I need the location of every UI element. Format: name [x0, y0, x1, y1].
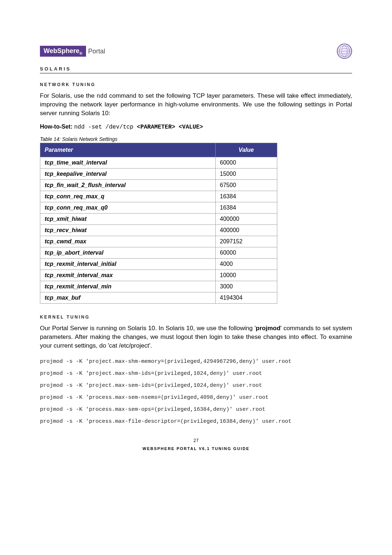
howto-label: How-to-Set:: [40, 123, 74, 130]
howto-params: <PARAMETER> <VALUE>: [137, 124, 203, 130]
logo-brand: WebSphere®: [40, 46, 86, 57]
cell-value: 60000: [215, 157, 277, 168]
cell-value: 400000: [215, 224, 277, 236]
websphere-logo: WebSphere® Portal: [40, 46, 105, 57]
table-row: tcp_max_buf4194304: [40, 292, 277, 303]
header-bar: WebSphere® Portal: [40, 44, 352, 59]
logo-registered: ®: [79, 51, 82, 55]
cell-value: 60000: [215, 247, 277, 258]
cmd-line: projmod -s -K 'process.max-sem-nsems=(pr…: [40, 392, 352, 404]
cmd-line: projmod -s -K 'project.max-shm-memory=(p…: [40, 356, 352, 368]
cell-param: tcp_max_buf: [40, 292, 216, 303]
cell-param: tcp_recv_hiwat: [40, 224, 216, 236]
table-caption: Table 14: Solaris Network Settings: [40, 136, 352, 142]
table-row: tcp_time_wait_interval60000: [40, 157, 277, 168]
cell-value: 2097152: [215, 236, 277, 247]
cell-value: 16384: [215, 191, 277, 202]
cell-value: 3000: [215, 281, 277, 292]
cell-value: 4000: [215, 258, 277, 270]
th-parameter: Parameter: [40, 143, 216, 157]
cmd-line: projmod -s -K 'project.max-shm-ids=(priv…: [40, 368, 352, 380]
cell-param: tcp_xmit_hiwat: [40, 213, 216, 224]
cell-value: 15000: [215, 168, 277, 179]
howto-cmd: ndd -set /dev/tcp: [74, 124, 137, 130]
table-row: tcp_rexmit_interval_min3000: [40, 281, 277, 292]
cell-param: tcp_ip_abort_interval: [40, 247, 216, 258]
cell-param: tcp_keepalive_interval: [40, 168, 216, 179]
table-row: tcp_rexmit_interval_initial4000: [40, 258, 277, 270]
heading-network-tuning: NETWORK TUNING: [40, 82, 352, 87]
cell-value: 16384: [215, 202, 277, 213]
table-row: tcp_keepalive_interval15000: [40, 168, 277, 179]
cell-value: 4194304: [215, 292, 277, 303]
th-value: Value: [215, 143, 277, 157]
cell-param: tcp_rexmit_interval_initial: [40, 258, 216, 270]
cell-param: tcp_time_wait_interval: [40, 157, 216, 168]
table-row: tcp_ip_abort_interval60000: [40, 247, 277, 258]
kernel-para-bold: projmod: [256, 325, 281, 332]
table-row: tcp_conn_req_max_q016384: [40, 202, 277, 213]
footer-title: WEBSPHERE PORTAL V6.1 TUNING GUIDE: [40, 446, 352, 451]
network-para-pre: For Solaris, use the: [40, 92, 97, 99]
cell-param: tcp_cwnd_max: [40, 236, 216, 247]
table-row: tcp_fin_wait_2_flush_interval67500: [40, 179, 277, 191]
kernel-para-pre: Our Portal Server is running on Solaris …: [40, 325, 256, 332]
table-row: tcp_cwnd_max2097152: [40, 236, 277, 247]
cell-param: tcp_conn_req_max_q0: [40, 202, 216, 213]
table-row: tcp_conn_req_max_q16384: [40, 191, 277, 202]
solaris-network-settings-table: Parameter Value tcp_time_wait_interval60…: [40, 143, 277, 304]
heading-kernel-tuning: KERNEL TUNING: [40, 315, 352, 320]
table-row: tcp_rexmit_interval_max10000: [40, 270, 277, 281]
cell-value: 400000: [215, 213, 277, 224]
how-to-set-line: How-to-Set: ndd -set /dev/tcp <PARAMETER…: [40, 123, 352, 130]
page-number: 27: [40, 438, 352, 443]
table-row: tcp_recv_hiwat400000: [40, 224, 277, 236]
cell-value: 67500: [215, 179, 277, 191]
cell-param: tcp_rexmit_interval_max: [40, 270, 216, 281]
network-para-cmd: ndd: [97, 93, 107, 100]
cell-value: 10000: [215, 270, 277, 281]
kernel-paragraph: Our Portal Server is running on Solaris …: [40, 324, 352, 350]
page-footer: 27 WEBSPHERE PORTAL V6.1 TUNING GUIDE: [40, 438, 352, 451]
logo-brand-text: WebSphere: [44, 47, 79, 54]
cmd-line: projmod -s -K 'project.max-sem-ids=(priv…: [40, 380, 352, 392]
projmod-commands: projmod -s -K 'project.max-shm-memory=(p…: [40, 356, 352, 428]
cmd-line: projmod -s -K 'process.max-sem-ops=(priv…: [40, 404, 352, 416]
network-paragraph: For Solaris, use the ndd command to set …: [40, 92, 352, 118]
cmd-line: projmod -s -K 'process.max-file-descript…: [40, 416, 352, 428]
cell-param: tcp_fin_wait_2_flush_interval: [40, 179, 216, 191]
section-title-solaris: SOLARIS: [40, 66, 352, 73]
cell-param: tcp_rexmit_interval_min: [40, 281, 216, 292]
table-row: tcp_xmit_hiwat400000: [40, 213, 277, 224]
logo-suffix: Portal: [88, 48, 105, 55]
globe-icon: [337, 44, 352, 59]
cell-param: tcp_conn_req_max_q: [40, 191, 216, 202]
